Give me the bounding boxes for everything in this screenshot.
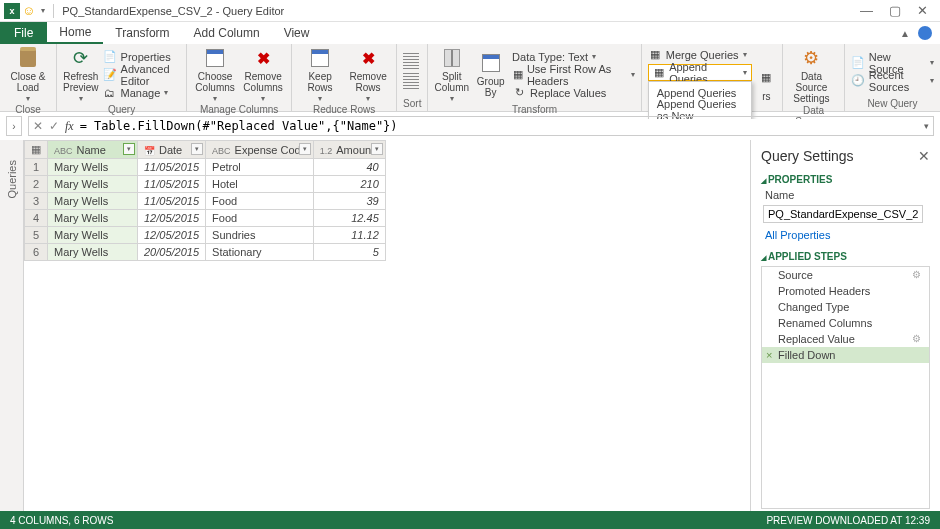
step-settings-icon[interactable]: ⚙	[912, 333, 921, 344]
cell-name[interactable]: Mary Wells	[48, 159, 138, 176]
column-header-name[interactable]: ABCName▾	[48, 141, 138, 159]
help-icon[interactable]	[918, 26, 932, 40]
filter-icon[interactable]: ▾	[191, 143, 203, 155]
row-number[interactable]: 5	[25, 227, 48, 244]
sort-asc-button[interactable]	[403, 53, 419, 71]
choose-columns-button[interactable]: ChooseColumns	[193, 46, 237, 103]
cell-date[interactable]: 11/05/2015	[138, 193, 206, 210]
applied-steps-section[interactable]: APPLIED STEPS	[751, 245, 940, 264]
column-header-expense-code[interactable]: ABCExpense Code▾	[206, 141, 314, 159]
cell-expense-code[interactable]: Stationary	[206, 244, 314, 261]
column-header-date[interactable]: 📅Date▾	[138, 141, 206, 159]
cell-expense-code[interactable]: Sundries	[206, 227, 314, 244]
filter-icon[interactable]: ▾	[371, 143, 383, 155]
maximize-button[interactable]: ▢	[889, 3, 901, 18]
cell-amount[interactable]: 39	[313, 193, 385, 210]
refresh-preview-button[interactable]: ⟳RefreshPreview	[63, 46, 99, 103]
keep-rows-button[interactable]: KeepRows	[298, 46, 342, 103]
data-grid[interactable]: ▦ABCName▾📅Date▾ABCExpense Code▾1.2Amount…	[24, 140, 750, 511]
cell-date[interactable]: 20/05/2015	[138, 244, 206, 261]
minimize-button[interactable]: —	[860, 3, 873, 18]
cell-amount[interactable]: 12.45	[313, 210, 385, 227]
combine-binaries-button[interactable]: ▦rs	[756, 66, 776, 102]
settings-close-icon[interactable]: ✕	[918, 148, 930, 164]
app-icon: x	[4, 3, 20, 19]
cell-expense-code[interactable]: Food	[206, 193, 314, 210]
cancel-formula-icon[interactable]: ✕	[33, 119, 43, 133]
cell-amount[interactable]: 11.12	[313, 227, 385, 244]
cell-date[interactable]: 11/05/2015	[138, 176, 206, 193]
table-row[interactable]: 4 Mary Wells 12/05/2015 Food 12.45	[25, 210, 386, 227]
row-number[interactable]: 4	[25, 210, 48, 227]
expand-queries-button[interactable]: ›	[6, 116, 22, 136]
cell-date[interactable]: 12/05/2015	[138, 227, 206, 244]
close-and-load-button[interactable]: Close &Load	[6, 46, 50, 103]
cell-expense-code[interactable]: Petrol	[206, 159, 314, 176]
expand-formula-icon[interactable]: ▾	[924, 121, 929, 131]
applied-step[interactable]: Replaced Value⚙	[762, 331, 929, 347]
row-number[interactable]: 3	[25, 193, 48, 210]
collapse-ribbon-icon[interactable]: ▲	[900, 28, 910, 39]
replace-values-button[interactable]: ↻Replace Values	[512, 84, 635, 101]
step-settings-icon[interactable]: ⚙	[912, 269, 921, 280]
split-column-button[interactable]: SplitColumn	[434, 46, 469, 103]
table-row[interactable]: 2 Mary Wells 11/05/2015 Hotel 210	[25, 176, 386, 193]
row-number[interactable]: 2	[25, 176, 48, 193]
filter-icon[interactable]: ▾	[299, 143, 311, 155]
cell-expense-code[interactable]: Hotel	[206, 176, 314, 193]
qat-dropdown[interactable]: ▾	[37, 6, 49, 15]
cell-name[interactable]: Mary Wells	[48, 244, 138, 261]
recent-sources-button[interactable]: 🕘Recent Sources	[851, 72, 934, 89]
cell-amount[interactable]: 5	[313, 244, 385, 261]
rownum-header[interactable]: ▦	[25, 141, 48, 159]
file-tab[interactable]: File	[0, 22, 47, 44]
accept-formula-icon[interactable]: ✓	[49, 119, 59, 133]
cell-name[interactable]: Mary Wells	[48, 193, 138, 210]
row-number[interactable]: 1	[25, 159, 48, 176]
row-number[interactable]: 6	[25, 244, 48, 261]
first-row-headers-button[interactable]: ▦Use First Row As Headers	[512, 66, 635, 83]
sort-desc-button[interactable]	[403, 73, 419, 91]
cell-date[interactable]: 11/05/2015	[138, 159, 206, 176]
home-tab[interactable]: Home	[47, 22, 103, 44]
cell-amount[interactable]: 40	[313, 159, 385, 176]
advanced-editor-button[interactable]: 📝Advanced Editor	[103, 66, 181, 83]
transform-tab[interactable]: Transform	[103, 22, 181, 44]
filter-icon[interactable]: ▾	[123, 143, 135, 155]
query-name-input[interactable]	[763, 205, 923, 223]
applied-steps-list: Source⚙Promoted HeadersChanged TypeRenam…	[761, 266, 930, 509]
manage-button[interactable]: 🗂Manage	[103, 84, 181, 101]
column-header-amount[interactable]: 1.2Amount▾	[313, 141, 385, 159]
close-button[interactable]: ✕	[917, 3, 928, 18]
formula-input[interactable]	[80, 119, 918, 133]
remove-columns-button[interactable]: ✖RemoveColumns	[241, 46, 285, 103]
all-properties-link[interactable]: All Properties	[751, 225, 940, 245]
remove-rows-button[interactable]: ✖RemoveRows	[346, 46, 390, 103]
cell-name[interactable]: Mary Wells	[48, 176, 138, 193]
cell-name[interactable]: Mary Wells	[48, 210, 138, 227]
cell-date[interactable]: 12/05/2015	[138, 210, 206, 227]
window-title: PQ_StandardExpense_CSV_2 - Query Editor	[62, 5, 860, 17]
group-by-button[interactable]: GroupBy	[473, 51, 508, 98]
cell-name[interactable]: Mary Wells	[48, 227, 138, 244]
table-row[interactable]: 3 Mary Wells 11/05/2015 Food 39	[25, 193, 386, 210]
applied-step[interactable]: Changed Type	[762, 299, 929, 315]
append-queries-button[interactable]: ▦Append Queries	[648, 64, 753, 81]
applied-step[interactable]: Promoted Headers	[762, 283, 929, 299]
table-row[interactable]: 5 Mary Wells 12/05/2015 Sundries 11.12	[25, 227, 386, 244]
status-bar: 4 COLUMNS, 6 ROWS PREVIEW DOWNLOADED AT …	[0, 511, 940, 529]
fx-icon[interactable]: fx	[65, 119, 74, 134]
data-source-settings-button[interactable]: ⚙Data SourceSettings	[789, 46, 833, 104]
properties-section[interactable]: PROPERTIES	[751, 168, 940, 187]
cell-expense-code[interactable]: Food	[206, 210, 314, 227]
feedback-icon[interactable]: ☺	[22, 3, 35, 18]
cell-amount[interactable]: 210	[313, 176, 385, 193]
table-row[interactable]: 6 Mary Wells 20/05/2015 Stationary 5	[25, 244, 386, 261]
applied-step[interactable]: Source⚙	[762, 267, 929, 283]
queries-rail[interactable]: Queries	[0, 140, 24, 511]
applied-step[interactable]: Filled Down	[762, 347, 929, 363]
applied-step[interactable]: Renamed Columns	[762, 315, 929, 331]
addcolumn-tab[interactable]: Add Column	[182, 22, 272, 44]
view-tab[interactable]: View	[272, 22, 322, 44]
table-row[interactable]: 1 Mary Wells 11/05/2015 Petrol 40	[25, 159, 386, 176]
